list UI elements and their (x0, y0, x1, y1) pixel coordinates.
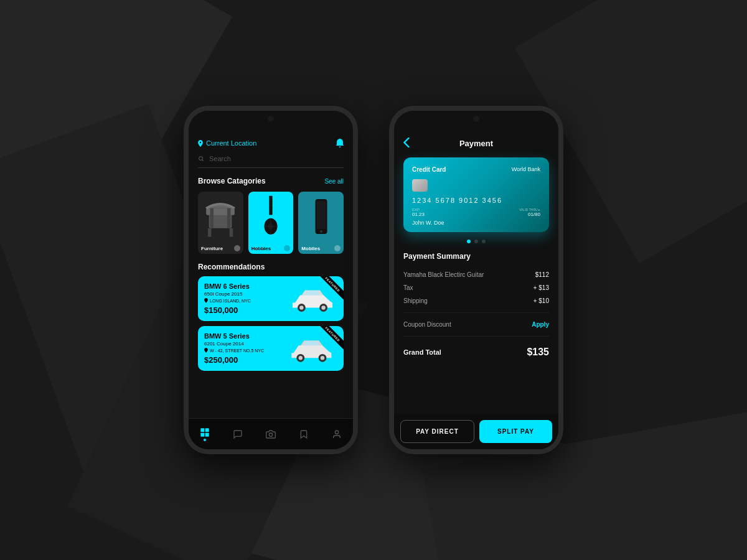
summary-row-shipping: Shipping + $10 (403, 294, 549, 307)
location-icon (198, 140, 203, 147)
back-button[interactable] (403, 138, 410, 150)
location-label: Current Location (206, 139, 256, 147)
grid-icon (200, 427, 210, 437)
card-bottom: EXP 01.23 VALID THRU ▸ 01/80 (412, 208, 540, 217)
furniture-info-icon (234, 245, 240, 251)
coupon-label: Coupon Discount (403, 321, 451, 328)
nav-profile[interactable] (332, 429, 342, 439)
mobiles-label-row: Mobiles (298, 243, 344, 254)
payment-title: Payment (459, 139, 493, 148)
nav-home[interactable] (200, 427, 210, 441)
coupon-row: Coupon Discount Apply (403, 318, 549, 331)
rec-bmw5-subtitle: 6201 Coupe 2014 (204, 341, 264, 347)
card-valid-date: 01/80 (519, 212, 540, 217)
nav-bookmark[interactable] (299, 429, 309, 439)
recommendations-title: Recommendations (198, 263, 344, 271)
card-expiry-group: EXP 01.23 (412, 208, 425, 217)
apply-button[interactable]: Apply (532, 321, 549, 328)
rec-bmw6-title: BMW 6 Series (204, 282, 251, 290)
credit-card: Credit Card World Bank 1234 5678 9012 34… (403, 157, 549, 232)
svg-point-18 (320, 230, 322, 233)
grand-total-row: Grand Total $135 (403, 342, 549, 363)
rec-bmw5-location-icon (204, 348, 208, 353)
svg-rect-29 (201, 432, 205, 436)
svg-rect-27 (201, 428, 205, 432)
furniture-label-row: Furniture (198, 243, 243, 254)
phone1-header: Current Location (198, 139, 344, 147)
card-type: Credit Card (412, 166, 446, 173)
rec-bmw6-location-text: LONG ISLAND, NYC (210, 299, 251, 303)
summary-tax-label: Tax (403, 284, 413, 291)
bell-icon[interactable] (336, 139, 344, 147)
svg-point-22 (321, 306, 325, 309)
svg-rect-30 (205, 432, 209, 436)
payment-header: Payment (403, 139, 549, 148)
svg-point-0 (199, 157, 203, 161)
chair-image (204, 197, 238, 237)
furniture-label: Furniture (201, 246, 223, 251)
summary-shipping-label: Shipping (403, 297, 428, 304)
location-row: Current Location (198, 139, 256, 147)
svg-rect-3 (208, 228, 212, 237)
svg-point-24 (299, 356, 303, 360)
category-furniture[interactable]: Furniture (198, 192, 243, 254)
phones-container: Current Location Search Browse Catagorie… (184, 106, 563, 454)
rec-bmw5-title: BMW 5 Series (204, 332, 264, 340)
split-pay-button[interactable]: SPLIT PAY (479, 420, 552, 443)
hobbies-label: Hobbies (251, 246, 271, 251)
card-dots (403, 240, 549, 243)
nav-chat[interactable] (233, 429, 243, 439)
summary-shipping-value: + $10 (533, 297, 549, 304)
guitar-image (261, 195, 280, 238)
bottom-nav (189, 418, 353, 449)
rec-card-bmw5-info: BMW 5 Series 6201 Coupe 2014 W - 42, STR… (204, 332, 264, 365)
profile-icon (332, 429, 342, 439)
categories-title: Browse Catagories (198, 177, 266, 185)
category-mobiles[interactable]: Mobiles (298, 192, 344, 254)
categories-section-header: Browse Catagories See all (198, 177, 344, 185)
card-top-row: Credit Card World Bank (412, 166, 540, 173)
chat-icon (233, 429, 243, 439)
card-holder: John W. Doe (412, 220, 444, 226)
nav-home-dot (204, 439, 206, 441)
camera-icon (266, 429, 276, 439)
search-bar[interactable]: Search (198, 155, 344, 168)
see-all-link[interactable]: See all (324, 178, 344, 185)
rec-bmw6-subtitle: 650I Coupe 2015 (204, 291, 251, 297)
search-icon (198, 156, 204, 162)
grand-total-label: Grand Total (403, 348, 441, 356)
card-dot-2[interactable] (474, 240, 478, 243)
svg-rect-4 (230, 228, 233, 237)
svg-rect-28 (205, 428, 209, 432)
rec-bmw5-location: W - 42, STREET NO.5 NYC (204, 348, 264, 353)
payment-buttons: PAY DIRECT SPLIT PAY (394, 414, 558, 449)
summary-item-label: Yamaha Black Electirc Guitar (403, 271, 484, 278)
card-dot-3[interactable] (482, 240, 486, 243)
category-hobbies[interactable]: Hobbies (248, 192, 294, 254)
rec-card-bmw5[interactable]: BMW 5 Series 6201 Coupe 2014 W - 42, STR… (198, 326, 344, 371)
rec-bmw6-car-image (288, 285, 337, 313)
svg-rect-6 (227, 208, 231, 228)
pay-direct-button[interactable]: PAY DIRECT (400, 420, 474, 443)
summary-divider (403, 312, 549, 313)
hobbies-info-icon (284, 245, 290, 251)
phone2-screen: Payment Credit Card World Bank 1234 5678… (394, 111, 558, 449)
svg-point-31 (269, 433, 272, 436)
rec-card-bmw6-info: BMW 6 Series 650I Coupe 2015 LONG ISLAND… (204, 282, 251, 315)
card-dot-1[interactable] (467, 240, 471, 243)
mobiles-label: Mobiles (301, 246, 320, 251)
rec-card-bmw6[interactable]: BMW 6 Series 650I Coupe 2015 LONG ISLAND… (198, 276, 344, 321)
rec-bmw5-location-text: W - 42, STREET NO.5 NYC (210, 348, 264, 353)
rec-bmw5-price: $250,000 (204, 355, 264, 365)
card-number: 1234 5678 9012 3456 (412, 197, 540, 204)
rec-bmw6-location-icon (204, 298, 208, 303)
summary-row-tax: Tax + $13 (403, 281, 549, 294)
summary-divider-2 (403, 336, 549, 337)
hobbies-label-row: Hobbies (248, 243, 294, 254)
card-chip (412, 179, 428, 192)
bookmark-icon (299, 429, 309, 439)
nav-camera[interactable] (266, 429, 276, 439)
phone-camera-1 (268, 116, 274, 122)
svg-rect-7 (269, 196, 272, 215)
svg-point-20 (299, 306, 303, 309)
